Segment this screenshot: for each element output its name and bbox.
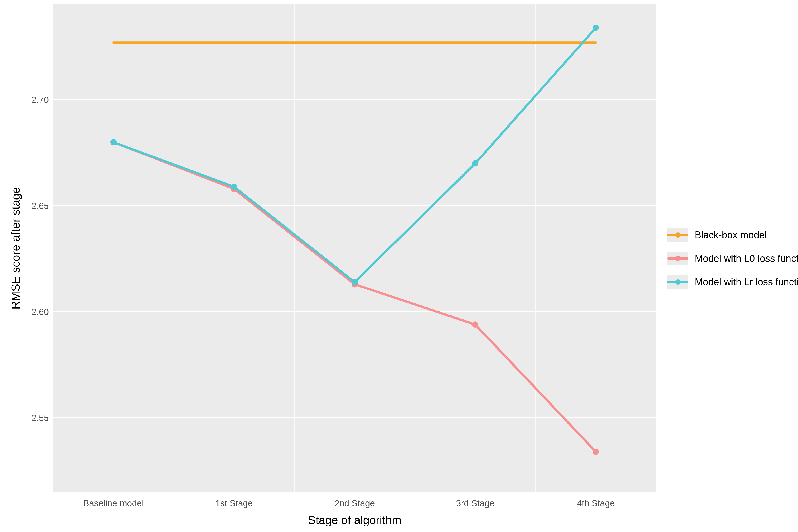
legend-key-icon — [667, 275, 688, 289]
x-tick-label: 2nd Stage — [335, 499, 375, 508]
y-tick-label: 2.70 — [0, 95, 49, 104]
series-point — [593, 449, 599, 455]
legend-label: Model with L0 loss function — [695, 253, 798, 264]
plot-svg — [53, 4, 656, 492]
series-point — [472, 160, 478, 167]
series-point — [472, 321, 478, 328]
x-tick-label: 3rd Stage — [456, 499, 494, 508]
series-line — [114, 142, 596, 452]
x-axis-title: Stage of algorithm — [308, 514, 401, 526]
x-tick-label: 4th Stage — [577, 499, 615, 508]
x-tick-label: 1st Stage — [215, 499, 253, 508]
legend: Black-box modelModel with L0 loss functi… — [667, 228, 798, 289]
legend-item: Model with L0 loss function — [667, 252, 798, 265]
y-tick-label: 2.65 — [0, 202, 49, 210]
legend-key-icon — [667, 228, 688, 242]
x-tick-label: Baseline model — [83, 499, 144, 508]
series-line — [114, 28, 596, 282]
legend-label: Black-box model — [695, 229, 767, 241]
series-point — [352, 279, 358, 285]
y-tick-label: 2.55 — [0, 413, 49, 422]
legend-key-icon — [667, 252, 688, 265]
y-axis-title: RMSE score after stage — [10, 187, 21, 309]
series-point — [110, 139, 117, 146]
legend-item: Black-box model — [667, 228, 798, 242]
legend-item: Model with Lr loss function — [667, 275, 798, 289]
series-point — [593, 25, 599, 31]
plot-panel — [53, 4, 656, 492]
legend-label: Model with Lr loss function — [695, 277, 798, 287]
y-tick-label: 2.60 — [0, 307, 49, 316]
series-point — [231, 184, 237, 190]
